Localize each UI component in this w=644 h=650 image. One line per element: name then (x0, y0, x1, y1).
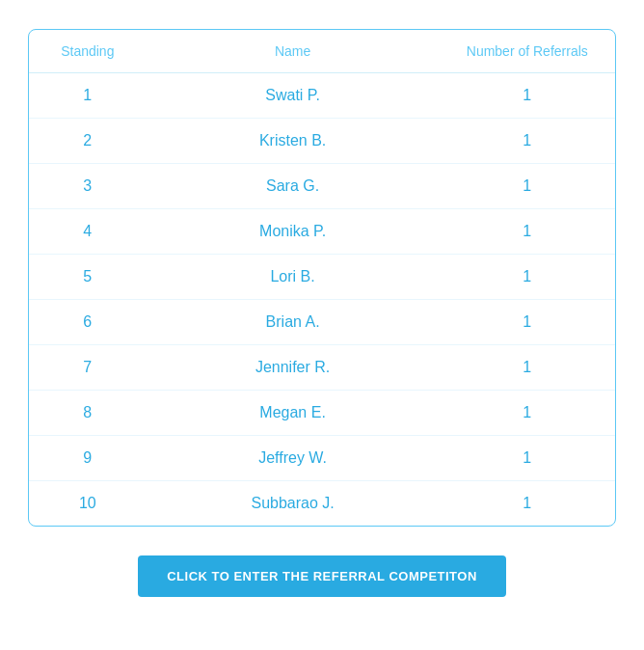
table-row: 2Kristen B.1 (29, 119, 615, 164)
cell-referrals: 1 (440, 164, 615, 209)
leaderboard-table-container: Standing Name Number of Referrals 1Swati… (28, 29, 616, 527)
cell-name: Monika P. (147, 209, 440, 255)
cell-name: Swati P. (147, 73, 440, 119)
cell-referrals: 1 (440, 255, 615, 300)
cell-name: Jennifer R. (147, 345, 440, 391)
cell-name: Kristen B. (147, 119, 440, 164)
cell-referrals: 1 (440, 391, 615, 436)
cell-name: Subbarao J. (147, 481, 440, 527)
table-row: 7Jennifer R.1 (29, 345, 615, 391)
cell-referrals: 1 (440, 345, 615, 391)
table-row: 9Jeffrey W.1 (29, 436, 615, 481)
enter-competition-button[interactable]: CLICK TO ENTER THE REFERRAL COMPETITON (138, 555, 506, 597)
header-standing: Standing (29, 30, 147, 73)
cell-name: Megan E. (147, 391, 440, 436)
cell-name: Lori B. (147, 255, 440, 300)
table-row: 6Brian A.1 (29, 300, 615, 345)
cell-name: Sara G. (147, 164, 440, 209)
cell-standing: 1 (29, 73, 147, 119)
cell-referrals: 1 (440, 119, 615, 164)
cell-standing: 8 (29, 391, 147, 436)
table-row: 5Lori B.1 (29, 255, 615, 300)
cell-standing: 2 (29, 119, 147, 164)
table-row: 1Swati P.1 (29, 73, 615, 119)
cell-standing: 7 (29, 345, 147, 391)
cell-standing: 10 (29, 481, 147, 527)
cell-referrals: 1 (440, 436, 615, 481)
cell-referrals: 1 (440, 300, 615, 345)
cell-standing: 4 (29, 209, 147, 255)
table-row: 4Monika P.1 (29, 209, 615, 255)
cell-standing: 6 (29, 300, 147, 345)
cell-standing: 5 (29, 255, 147, 300)
leaderboard-table: Standing Name Number of Referrals 1Swati… (29, 30, 615, 526)
cell-standing: 3 (29, 164, 147, 209)
table-row: 10Subbarao J.1 (29, 481, 615, 527)
table-row: 8Megan E.1 (29, 391, 615, 436)
cell-referrals: 1 (440, 481, 615, 527)
cell-referrals: 1 (440, 73, 615, 119)
table-row: 3Sara G.1 (29, 164, 615, 209)
header-name: Name (147, 30, 440, 73)
cell-name: Brian A. (147, 300, 440, 345)
header-referrals: Number of Referrals (440, 30, 615, 73)
cell-name: Jeffrey W. (147, 436, 440, 481)
cell-standing: 9 (29, 436, 147, 481)
cell-referrals: 1 (440, 209, 615, 255)
table-header-row: Standing Name Number of Referrals (29, 30, 615, 73)
